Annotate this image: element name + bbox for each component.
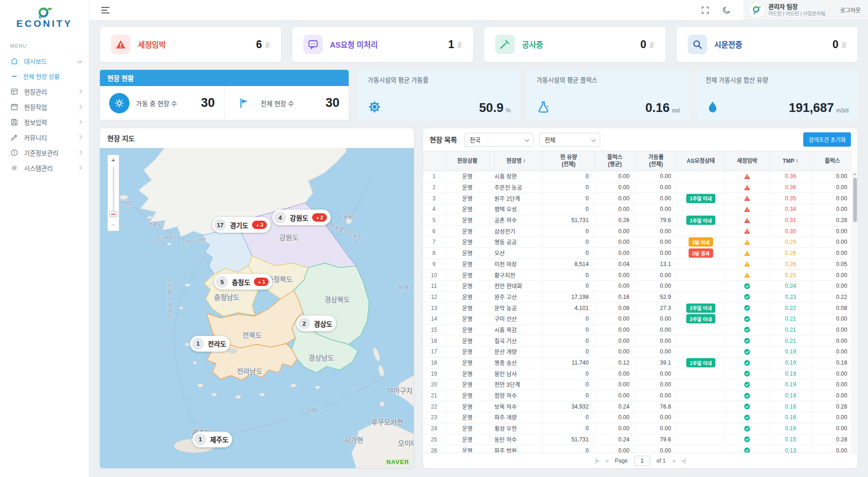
map-marker-경상도[interactable]: 2경상도 [296, 316, 336, 331]
table-row[interactable]: 23운영파주 개량00.000.000.160.00 [423, 412, 852, 423]
operation-rate: 0.00 [635, 325, 677, 335]
map-marker-충청도[interactable]: 5충청도▲1 [214, 274, 272, 290]
marker-region-name: 전라도 [208, 339, 226, 348]
table-row[interactable]: 16운영칠곡 기산00.000.000.210.00 [423, 335, 852, 347]
sidebar-item-4[interactable]: 정보입력 [0, 114, 89, 130]
check-circle-icon [744, 436, 751, 443]
table-row[interactable]: 5운영공촌 하수51,7310.2679.61주일 이내0.310.28 [423, 215, 852, 226]
table-row[interactable]: 7운영영동 공공00.000.003달 이내0.290.00 [423, 237, 852, 248]
stat-card-as-unhandled[interactable]: AS요청 미처리1곳 [292, 26, 474, 62]
sort-icon[interactable]: ▲▼ [523, 159, 526, 163]
status-filter-select[interactable]: 전체 [539, 133, 600, 147]
table-row[interactable]: 25운영동탄 하수51,7310.2479.60.150.28 [423, 434, 852, 446]
sidebar-item-7[interactable]: 시스템관리 [0, 160, 89, 175]
table-row[interactable]: 11운영천안 현대화00.000.000.240.00 [423, 281, 852, 292]
flux-value: 0.00 [812, 445, 852, 452]
operation-rate: 0.00 [635, 390, 677, 401]
sidebar-menu: 대시보드전체 현장 상황현장관리현장작업정보입력커뮤니티기준정보관리시스템관리 [0, 53, 89, 175]
zoom-slider[interactable] [108, 165, 119, 220]
map-marker-전라도[interactable]: 1전라도 [190, 336, 230, 352]
operation-rate: 0.00 [635, 314, 677, 324]
user-profile[interactable]: 관리자 팀장 어드민 | 어드민 | 사업관리팀 로그아웃 [743, 0, 868, 20]
cleaning-status [725, 171, 770, 182]
hamburger-menu-icon[interactable] [101, 7, 110, 13]
last-page-button[interactable]: »| [682, 457, 686, 464]
table-row[interactable]: 18운영영종 송산11,7400.1239.11주일 이내0.190.16 [423, 358, 852, 369]
table-row[interactable]: 1운영시흥 장현00.000.000.360.00 [423, 171, 852, 182]
region-filter-select[interactable]: 전국 [464, 133, 534, 147]
column-header-2[interactable]: 현장명▲▼ [490, 151, 543, 171]
site-name: 파주 개량 [490, 412, 543, 423]
scroll-up-icon[interactable]: ▲ [853, 171, 856, 177]
sort-icon[interactable]: ▲▼ [796, 159, 799, 163]
marker-region-name: 제주도 [210, 434, 228, 444]
fullscreen-icon[interactable] [701, 6, 710, 15]
sidebar-item-0[interactable]: 대시보드 [0, 53, 89, 68]
table-row[interactable]: 26운영파주 법원00.000.000.130.00 [423, 445, 852, 452]
table-row[interactable]: 24운영횡성 우천00.000.000.160.00 [423, 423, 852, 434]
sidebar-item-2[interactable]: 현장관리 [0, 84, 89, 99]
sidebar-item-label: 기준정보관리 [24, 148, 78, 157]
table-row[interactable]: 4운영평택 오성00.000.000.340.00 [423, 204, 852, 215]
operation-rate: 79.6 [635, 434, 677, 445]
stat-card-cleaning-due[interactable]: 세정임박6곳 [99, 26, 282, 62]
logout-button[interactable]: 로그아웃 [840, 6, 861, 14]
metric-label: 가동시설의 평균 플럭스 [536, 75, 679, 84]
metric-label: 전체 가동시설 합산 유량 [706, 75, 849, 84]
stat-card-under-construction[interactable]: 공사중0곳 [484, 26, 666, 62]
row-index: 4 [423, 204, 445, 215]
status-value: 30 [201, 96, 215, 110]
first-page-button[interactable]: |« [595, 457, 599, 464]
marker-region-name: 강원도 [290, 213, 308, 223]
table-row[interactable]: 22운영보목 하수34,9320.2476.80.160.28 [423, 401, 852, 412]
zoom-out-button[interactable]: − [108, 220, 119, 230]
table-row[interactable]: 14운영구미 선산00.000.002주일 이내0.210.00 [423, 314, 852, 325]
page-input[interactable] [634, 456, 650, 466]
map-marker-제주도[interactable]: 1제주도 [192, 432, 232, 447]
as-request-status [677, 171, 725, 182]
column-header-8[interactable]: TMP▲▼ [770, 151, 812, 171]
check-circle-icon [744, 304, 751, 311]
dark-mode-moon-icon[interactable] [722, 6, 731, 15]
operation-rate: 13.1 [635, 259, 677, 270]
table-row[interactable]: 3운영원주 2단계00.000.001주일 이내0.350.00 [423, 193, 852, 204]
site-status: 운영 [445, 182, 490, 193]
table-row[interactable]: 21운영청양 하수00.000.000.190.00 [423, 390, 852, 402]
sidebar-item-6[interactable]: 기준정보관리 [0, 145, 89, 160]
warning-triangle-amber-icon [744, 250, 751, 257]
map-marker-강원도[interactable]: 4강원도▲2 [272, 210, 331, 225]
column-header-label: 플럭스 [825, 158, 840, 165]
table-row[interactable]: 17운영문산 개량00.000.000.190.00 [423, 347, 852, 358]
table-row[interactable]: 15운영시흥 목감00.000.000.210.00 [423, 325, 852, 336]
marker-count: 4 [274, 211, 286, 223]
table-row[interactable]: 6운영삼성전기00.000.000.300.00 [423, 226, 852, 237]
zoom-in-button[interactable]: + [108, 155, 119, 165]
table-row[interactable]: 20운영천안 3단계00.000.000.190.00 [423, 379, 852, 390]
table-row[interactable]: 12운영완주 고산17,1980.1652.90.230.22 [423, 292, 852, 303]
map-marker-경기도[interactable]: 17경기도▲3 [212, 217, 271, 233]
current-flow: 0 [543, 368, 595, 379]
table-row[interactable]: 13운영문막 농공4,1010.0827.32주일 이내0.220.08 [423, 303, 852, 314]
chevron-right-icon [78, 105, 82, 109]
sidebar-item-1[interactable]: 전체 현장 상황 [0, 68, 89, 84]
brand-logo[interactable]: ECONITY [0, 0, 89, 31]
table-row[interactable]: 2운영주문진 농공00.000.000.360.00 [423, 182, 852, 193]
zoom-slider-handle[interactable] [109, 211, 117, 217]
sidebar-item-3[interactable]: 현장작업 [0, 99, 89, 114]
operation-rate: 0.00 [635, 248, 677, 259]
table-row[interactable]: 19운영용인 남사00.000.000.190.00 [423, 368, 852, 379]
stat-card-value: 6 [256, 38, 262, 51]
next-page-button[interactable]: » [672, 457, 675, 464]
table-row[interactable]: 10운영황구지천00.000.000.250.00 [423, 270, 852, 281]
korea-map[interactable]: + − 강원도충청북도충청남도경상북도전북도경상남도전라남도제주도백령도연평도인… [100, 148, 414, 468]
reset-search-button[interactable]: 검색조건 초기화 [803, 132, 851, 147]
stat-card-trial-run[interactable]: 시운전중0곳 [676, 26, 858, 62]
table-row[interactable]: 9운영이천 마장8,5140.0413.10.260.05 [423, 259, 852, 270]
flux-value: 0.00 [812, 390, 852, 401]
table-scrollbar[interactable]: ▲ [852, 171, 857, 452]
prev-page-button[interactable]: « [605, 457, 608, 464]
scrollbar-thumb[interactable] [853, 178, 857, 222]
site-name: 원주 2단계 [490, 193, 543, 204]
table-row[interactable]: 8운영오산00.000.003달 경과0.260.00 [423, 248, 852, 259]
sidebar-item-5[interactable]: 커뮤니티 [0, 130, 89, 145]
